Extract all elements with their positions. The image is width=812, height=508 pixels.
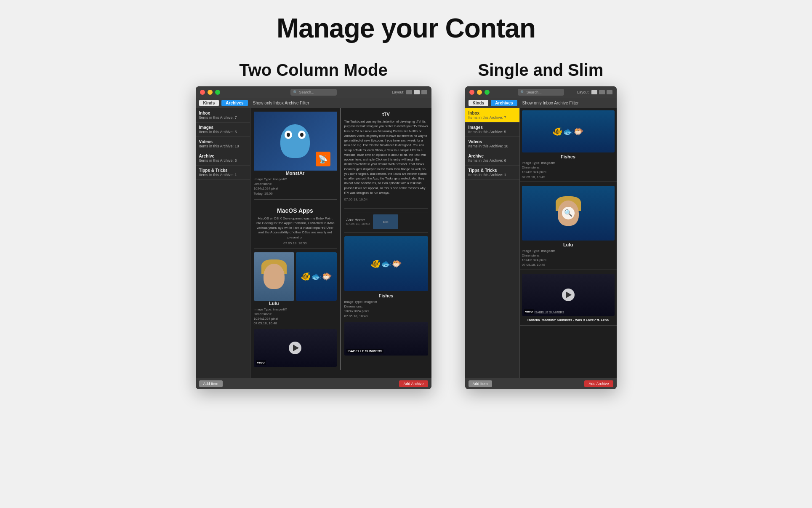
video-card-left[interactable]: vevo (254, 329, 337, 367)
atxx-link-date: 07.05.18, 10:50 (346, 222, 370, 226)
sidebar-item-tipps[interactable]: Tipps & Tricks Items in this Archive: 1 (196, 166, 250, 180)
layout-icon-1[interactable] (406, 90, 412, 94)
sidebar-item-count: Items in this Archive: 1 (469, 173, 516, 177)
tab-kinds-left[interactable]: Kinds (199, 100, 219, 106)
atxx-link-title: Atxx Home (346, 218, 370, 222)
sidebar-item-name: Tipps & Tricks (199, 168, 247, 173)
video-slim-image: vevo ISABELLE SUMMERS (522, 274, 615, 316)
video-image-right: ISABELLE SUMMERS (344, 322, 428, 356)
layout-label-right: Layout: (577, 90, 590, 94)
video-bottom-right[interactable]: ISABELLE SUMMERS (344, 322, 428, 356)
tab-kinds-right[interactable]: Kinds (469, 100, 489, 106)
sidebar-item-images-right[interactable]: Images Items in this Archive: 5 (465, 123, 519, 137)
search-placeholder-right: Search... (527, 90, 542, 94)
sidebar-item-count: Items in this Archive: 18 (199, 144, 247, 148)
sidebar-item-count: Items in this Archive: 5 (469, 130, 516, 134)
tab-archives-left[interactable]: Archives (221, 100, 248, 106)
lulu-meta: Image Type: image/tiff Dimensions: 1024x… (254, 307, 295, 326)
play-triangle-slim (566, 291, 572, 298)
sidebar-item-count: Items in this Archive: 5 (199, 130, 247, 134)
layout-icon-r2[interactable] (599, 90, 605, 94)
close-button[interactable] (200, 90, 205, 95)
single-slim-window: 🔍 Search... Layout: Kinds Archives Show … (465, 86, 617, 389)
tab-archives-right[interactable]: Archives (491, 100, 517, 106)
filter-text-left: Show only Inbox Archive Filter (253, 101, 309, 105)
lulu-image-wrapper: 🔍 (522, 186, 615, 241)
sidebar-item-name: Videos (469, 139, 516, 144)
monster-card[interactable]: 📡 MonstAr Image Type: image/tiff Dimensi… (254, 112, 337, 200)
sidebar-right: Inbox Items in this Archive: 7 Images It… (465, 108, 520, 378)
sidebar-item-count: Items in this Archive: 6 (469, 158, 516, 163)
atxx-link-info: Atxx Home 07.05.18, 10:50 (346, 218, 370, 226)
lulu-title: Lulu (254, 301, 295, 306)
sidebar-item-count: Items in this Archive: 1 (199, 173, 247, 177)
play-button[interactable] (289, 342, 301, 354)
macos-apps-date: 07.05.18, 10:53 (256, 241, 335, 245)
fishes-slim-card[interactable]: 🐠🐟🐡 Fishes Image Type: image/tiff Dimens… (520, 108, 617, 182)
monster-pupil (300, 133, 304, 137)
maximize-button-right[interactable] (485, 90, 490, 95)
layout-icon-2[interactable] (414, 90, 420, 94)
atxx-link-card[interactable]: Atxx Home 07.05.18, 10:50 atxx (344, 212, 428, 233)
sidebar-item-count: Items in this Archive: 7 (199, 115, 247, 120)
minimize-button-right[interactable] (477, 90, 482, 95)
fishes-slim-meta: Image Type: image/tiff Dimensions: 1024x… (522, 160, 615, 179)
video-slim-card[interactable]: vevo ISABELLE SUMMERS Isabella 'Machine'… (520, 272, 617, 326)
sidebar-item-name: Archive (199, 154, 247, 158)
lulu-image (254, 252, 295, 301)
sidebar-item-archive-right[interactable]: Archive Items in this Archive: 6 (465, 151, 519, 166)
close-button-right[interactable] (469, 90, 474, 95)
layout-controls: Layout: (392, 90, 427, 94)
lulu-slim-card[interactable]: 🔍 Lulu Image Type: image/tiff Dimensions… (520, 184, 617, 270)
search-placeholder: Search... (299, 90, 314, 94)
sidebar-item-name: Videos (199, 139, 247, 144)
bottom-bar-right: Add Item Add Archive (465, 378, 617, 389)
layout-icon-r1[interactable] (591, 90, 597, 94)
add-item-button-left[interactable]: Add Item (199, 380, 223, 387)
itv-article-card[interactable]: tTV The Taskboard was my first intention… (344, 112, 428, 209)
monster-eye-right (298, 131, 306, 139)
sidebar-item-videos-right[interactable]: Videos Items in this Archive: 18 (465, 137, 519, 151)
bottom-bar-left: Add Item Add Archive (196, 378, 431, 389)
vevo-slim: vevo (524, 309, 534, 314)
two-col-grid: 📡 MonstAr Image Type: image/tiff Dimensi… (250, 108, 431, 370)
fishes-card-left[interactable] (296, 252, 337, 326)
macos-apps-text: MacOS or OS X Development was my Entry P… (256, 216, 335, 240)
sidebar-item-archive[interactable]: Archive Items in this Archive: 6 (196, 151, 250, 166)
fish-image-left (296, 252, 337, 301)
sidebar-item-inbox[interactable]: Inbox Items in this Archive: 7 (196, 108, 250, 123)
minimize-button[interactable] (208, 90, 213, 95)
sidebar-item-videos[interactable]: Videos Items in this Archive: 18 (196, 137, 250, 151)
add-archive-button-left[interactable]: Add Archive (399, 380, 428, 387)
search-bar[interactable]: 🔍 Search... (290, 89, 337, 96)
sidebar-item-count: Items in this Archive: 7 (469, 115, 516, 120)
right-col: tTV The Taskboard was my first intention… (341, 108, 431, 370)
main-content-left: 📡 MonstAr Image Type: image/tiff Dimensi… (250, 108, 431, 378)
macos-apps-card[interactable]: MacOS Apps MacOS or OS X Development was… (254, 204, 337, 249)
sidebar-item-name: Inbox (199, 111, 247, 115)
sidebar-item-inbox-right[interactable]: Inbox Items in this Archive: 7 (465, 108, 519, 123)
sidebar-item-images[interactable]: Images Items in this Archive: 5 (196, 123, 250, 137)
monster-title: MonstAr (254, 171, 337, 176)
fishes-right-card[interactable]: Fishes Image Type: image/tiff Dimensions… (344, 236, 428, 318)
page-title: Manage your Contan (277, 13, 535, 44)
maximize-button[interactable] (215, 90, 220, 95)
filter-bar-right: Kinds Archives Show only Inbox Archive F… (465, 98, 617, 108)
layout-icon-r3[interactable] (607, 90, 612, 94)
monster-eye-left (285, 131, 292, 139)
sidebar-item-count: Items in this Archive: 18 (469, 144, 516, 148)
layout-icon-3[interactable] (421, 90, 427, 94)
play-button-slim[interactable] (562, 289, 575, 301)
image-row: Lulu Image Type: image/tiff Dimensions: … (254, 252, 337, 326)
vevo-text: vevo (256, 360, 266, 365)
add-archive-button-right[interactable]: Add Archive (584, 380, 613, 387)
monster-pupil (287, 133, 290, 137)
add-item-button-right[interactable]: Add Item (469, 380, 492, 387)
atxx-thumbnail: atxx (373, 214, 398, 229)
play-triangle (293, 345, 299, 351)
sidebar-item-tipps-right[interactable]: Tipps & Tricks Items in this Archive: 1 (465, 166, 519, 180)
fishes-right-meta: Image Type: image/tiff Dimensions: 1024x… (344, 299, 428, 318)
lulu-card[interactable]: Lulu Image Type: image/tiff Dimensions: … (254, 252, 295, 326)
search-bar-right[interactable]: 🔍 Search... (518, 89, 564, 96)
search-icon: 🔍 (293, 90, 298, 94)
